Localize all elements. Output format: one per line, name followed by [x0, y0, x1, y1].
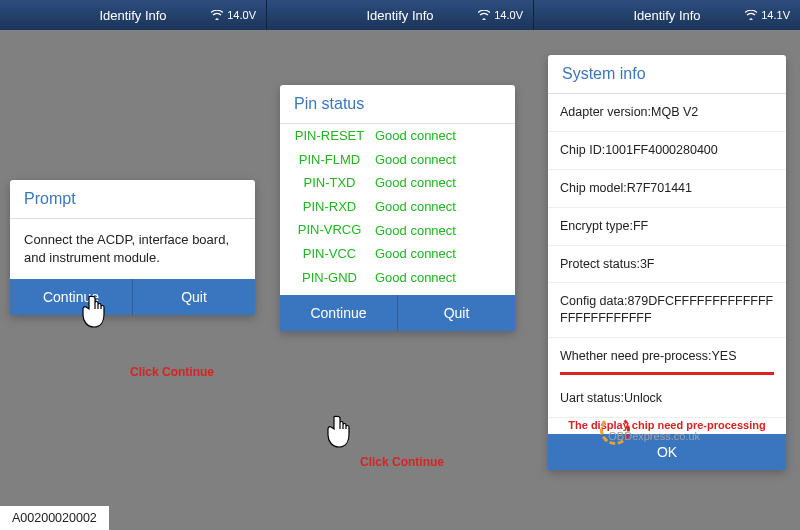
pin-row: PIN-RESET Good connect: [280, 124, 515, 148]
header-cell-2: Identify Info 14.0V: [267, 0, 534, 30]
quit-button[interactable]: Quit: [398, 295, 515, 331]
header-status: 14.0V: [478, 9, 523, 21]
pin-status: Good connect: [367, 128, 456, 143]
pin-name: PIN-FLMD: [292, 152, 367, 168]
wifi-icon: [211, 10, 223, 20]
pin-row: PIN-TXD Good connect: [280, 171, 515, 195]
pin-status: Good connect: [367, 223, 456, 238]
pin-row: PIN-GND Good connect: [280, 266, 515, 296]
system-info-title: System info: [548, 55, 786, 94]
system-info-dialog: System info Adapter version:MQB V2 Chip …: [548, 55, 786, 470]
pin-status: Good connect: [367, 246, 456, 261]
prompt-title: Prompt: [10, 180, 255, 219]
header-voltage: 14.1V: [761, 9, 790, 21]
sys-row: Whether need pre-process:YES: [548, 338, 786, 375]
pin-row: PIN-VCC Good connect: [280, 242, 515, 266]
pin-status-dialog: Pin status PIN-RESET Good connect PIN-FL…: [280, 85, 515, 331]
sys-row: Encrypt type:FF: [548, 208, 786, 246]
pin-row: PIN-VRCG Good connect: [280, 218, 515, 242]
continue-button[interactable]: Continue: [280, 295, 398, 331]
header-cell-3: Identify Info 14.1V: [534, 0, 800, 30]
ok-button[interactable]: OK: [548, 434, 786, 470]
sys-row: Protect status:3F: [548, 246, 786, 284]
pin-status-title: Pin status: [280, 85, 515, 124]
pin-name: PIN-TXD: [292, 175, 367, 191]
header-cell-1: Identify Info 14.0V: [0, 0, 267, 30]
bottom-code: A00200020002: [0, 506, 109, 530]
header-title: Identify Info: [99, 8, 166, 23]
pin-name: PIN-RESET: [292, 128, 367, 144]
red-underline: [560, 372, 774, 375]
pin-name: PIN-VRCG: [292, 222, 367, 238]
header-voltage: 14.0V: [494, 9, 523, 21]
prompt-buttons: Continue Quit: [10, 279, 255, 315]
pin-status: Good connect: [367, 270, 456, 285]
sys-row: Uart status:Unlock: [548, 376, 786, 418]
pin-status: Good connect: [367, 175, 456, 190]
pin-name: PIN-VCC: [292, 246, 367, 262]
wifi-icon: [478, 10, 490, 20]
pin-row: PIN-FLMD Good connect: [280, 148, 515, 172]
quit-button[interactable]: Quit: [133, 279, 255, 315]
header-status: 14.1V: [745, 9, 790, 21]
sys-row: Adapter version:MQB V2: [548, 94, 786, 132]
annotation-click-continue-2: Click Continue: [360, 455, 444, 469]
pin-status: Good connect: [367, 152, 456, 167]
preprocess-note: The display chip need pre-processing: [548, 418, 786, 434]
pin-status: Good connect: [367, 199, 456, 214]
prompt-dialog: Prompt Connect the ACDP, interface board…: [10, 180, 255, 315]
wifi-icon: [745, 10, 757, 20]
pin-name: PIN-RXD: [292, 199, 367, 215]
sys-row: Chip ID:1001FF4000280400: [548, 132, 786, 170]
header-bar: Identify Info 14.0V Identify Info 14.0V …: [0, 0, 800, 30]
prompt-body: Connect the ACDP, interface board, and i…: [10, 219, 255, 279]
pin-buttons: Continue Quit: [280, 295, 515, 331]
continue-button[interactable]: Continue: [10, 279, 133, 315]
pin-name: PIN-GND: [292, 270, 367, 286]
cursor-icon: [325, 415, 351, 449]
pin-rows: PIN-RESET Good connect PIN-FLMD Good con…: [280, 124, 515, 295]
sys-row: Chip model:R7F701441: [548, 170, 786, 208]
header-status: 14.0V: [211, 9, 256, 21]
system-info-rows[interactable]: Adapter version:MQB V2 Chip ID:1001FF400…: [548, 94, 786, 418]
annotation-click-continue-1: Click Continue: [130, 365, 214, 379]
header-title: Identify Info: [633, 8, 700, 23]
pin-row: PIN-RXD Good connect: [280, 195, 515, 219]
header-voltage: 14.0V: [227, 9, 256, 21]
header-title: Identify Info: [366, 8, 433, 23]
sys-row: Config data:879DFCFFFFFFFFFFFFFFFFFFFFFF…: [548, 283, 786, 338]
